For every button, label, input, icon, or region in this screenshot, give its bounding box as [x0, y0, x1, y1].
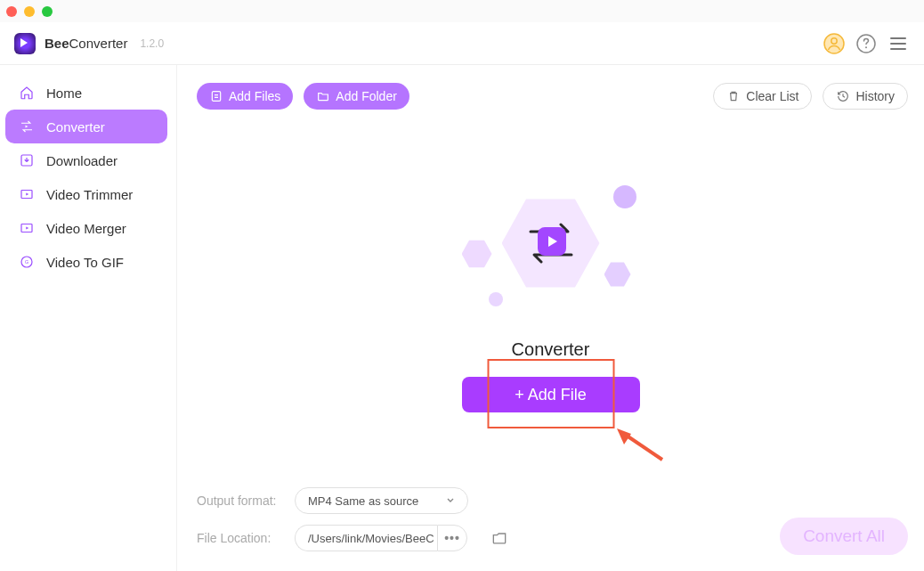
sidebar-item-label: Video Merger: [46, 221, 126, 236]
home-icon: [18, 84, 36, 102]
stage-title: Converter: [512, 339, 590, 360]
account-icon[interactable]: [823, 32, 846, 55]
converter-icon: [18, 118, 36, 135]
download-icon: [18, 151, 36, 169]
sidebar-item-label: Downloader: [46, 153, 118, 168]
add-files-label: Add Files: [229, 89, 280, 103]
add-folder-button[interactable]: Add Folder: [304, 83, 409, 110]
history-label: History: [855, 89, 895, 103]
play-icon: [538, 227, 566, 256]
file-location-more-button[interactable]: •••: [437, 525, 467, 551]
open-folder-icon[interactable]: [490, 529, 508, 547]
svg-marker-9: [26, 227, 28, 230]
svg-marker-13: [617, 428, 631, 445]
sidebar-item-label: Video Trimmer: [46, 187, 133, 202]
app-version: 1.2.0: [140, 37, 164, 50]
add-files-button[interactable]: Add Files: [197, 83, 293, 110]
svg-marker-4: [26, 126, 28, 128]
output-format-value: MP4 Same as source: [308, 494, 418, 508]
svg-rect-12: [212, 92, 220, 102]
footer-panel: Output format: MP4 Same as source File L…: [177, 487, 924, 571]
add-file-primary-button[interactable]: + Add File: [462, 377, 640, 412]
minimize-window-icon[interactable]: [24, 6, 35, 17]
trimmer-icon: [18, 185, 36, 203]
chevron-down-icon: [446, 496, 455, 505]
file-location-value: /Users/link/Movies/BeeC: [295, 525, 437, 551]
app-logo-icon: [14, 33, 36, 54]
app-toolbar: BeeConverter 1.2.0: [0, 22, 924, 65]
gif-icon: G: [18, 253, 36, 271]
add-folder-label: Add Folder: [336, 89, 396, 103]
maximize-window-icon[interactable]: [42, 6, 53, 17]
annotation-arrow-icon: [613, 428, 667, 468]
sidebar-item-home[interactable]: Home: [5, 76, 167, 110]
sidebar-item-label: Converter: [46, 119, 105, 135]
help-icon[interactable]: [855, 32, 878, 55]
sidebar-item-converter[interactable]: Converter: [5, 110, 167, 143]
clear-list-button[interactable]: Clear List: [713, 83, 812, 110]
sidebar-item-merger[interactable]: Video Merger: [5, 211, 167, 245]
output-format-label: Output format:: [197, 494, 282, 508]
sidebar-item-label: Home: [46, 86, 82, 101]
output-format-select[interactable]: MP4 Same as source: [295, 487, 468, 514]
svg-marker-7: [26, 193, 28, 196]
clear-list-label: Clear List: [746, 89, 798, 103]
sidebar: Home Converter Downloader Video Trimmer …: [0, 65, 176, 571]
close-window-icon[interactable]: [6, 6, 17, 17]
sidebar-item-gif[interactable]: G Video To GIF: [5, 245, 167, 279]
sidebar-item-label: Video To GIF: [46, 255, 124, 270]
svg-text:G: G: [25, 259, 28, 265]
file-location-label: File Location:: [197, 531, 282, 545]
app-name: BeeConverter: [45, 36, 127, 51]
mac-titlebar: [0, 0, 924, 22]
hamburger-menu-icon[interactable]: [887, 32, 910, 55]
empty-state-illustration: [453, 172, 649, 323]
sidebar-item-trimmer[interactable]: Video Trimmer: [5, 177, 167, 211]
main-panel: Add Files Add Folder Clear List History: [176, 65, 924, 571]
sidebar-item-downloader[interactable]: Downloader: [5, 143, 167, 177]
merger-icon: [18, 219, 36, 237]
svg-point-3: [865, 46, 867, 48]
convert-all-button[interactable]: Convert All: [780, 518, 908, 555]
history-button[interactable]: History: [823, 83, 908, 110]
